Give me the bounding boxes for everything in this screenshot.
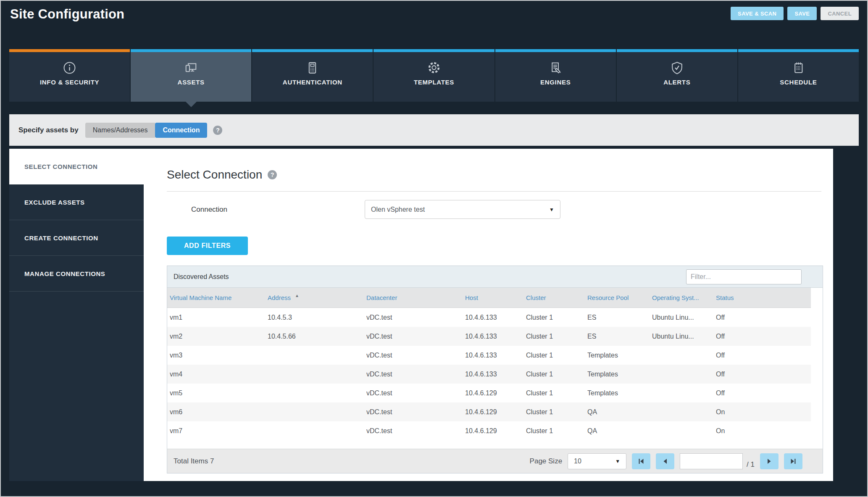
table-cell: QA — [587, 408, 652, 416]
first-page-button[interactable] — [632, 453, 650, 469]
page-size-value: 10 — [574, 458, 581, 465]
keypad-icon — [305, 60, 319, 75]
tab-accent-bar — [374, 49, 494, 52]
table-cell: 10.4.6.129 — [465, 427, 526, 435]
table-cell: vDC.test — [366, 408, 465, 416]
page-total-label: / 1 — [747, 460, 755, 469]
sidebar-item-manage-connections[interactable]: MANAGE CONNECTIONS — [9, 256, 144, 292]
table-row[interactable]: vm4vDC.test10.4.6.133Cluster 1TemplatesO… — [167, 365, 811, 384]
column-header-datacenter[interactable]: Datacenter — [366, 294, 465, 301]
next-page-button[interactable] — [760, 453, 779, 469]
table-cell: 10.4.6.133 — [465, 333, 526, 340]
sort-ascending-icon: ▲ — [295, 294, 299, 298]
last-page-button[interactable] — [784, 453, 802, 469]
table-cell: Off — [716, 371, 811, 378]
table-cell: On — [716, 408, 811, 416]
table-cell: Ubuntu Linu... — [652, 333, 716, 340]
document-edit-icon — [549, 60, 563, 75]
column-header-resource-pool[interactable]: Resource Pool — [587, 294, 652, 301]
table-cell: 10.4.6.129 — [465, 408, 526, 416]
table-body: vm110.4.5.3vDC.test10.4.6.133Cluster 1ES… — [167, 308, 811, 449]
table-cell: Off — [716, 389, 811, 397]
previous-page-icon — [662, 458, 668, 465]
table-cell: vm2 — [170, 333, 268, 340]
panel-title: Discovered Assets — [174, 273, 229, 281]
table-header-row: Virtual Machine Name Address▲ Datacenter… — [167, 288, 811, 308]
table-cell: QA — [587, 427, 652, 435]
names-addresses-toggle-button[interactable]: Names/Addresses — [85, 123, 155, 138]
column-header-address[interactable]: Address▲ — [268, 294, 366, 301]
divider — [167, 191, 821, 192]
table-cell: Templates — [587, 352, 652, 359]
column-header-status[interactable]: Status — [716, 294, 811, 301]
table-cell: Off — [716, 352, 811, 359]
table-cell: ES — [587, 333, 652, 340]
table-cell: vDC.test — [366, 314, 465, 321]
table-cell: vm1 — [170, 314, 268, 321]
specify-assets-label: Specify assets by — [18, 126, 79, 134]
tab-accent-bar — [495, 49, 616, 52]
content-area: SELECT CONNECTION EXCLUDE ASSETS CREATE … — [9, 149, 859, 481]
table-cell: 10.4.5.3 — [268, 314, 366, 321]
sidebar-item-select-connection[interactable]: SELECT CONNECTION — [9, 149, 144, 184]
tab-label: ASSETS — [178, 79, 205, 86]
tab-schedule[interactable]: SCHEDULE — [738, 49, 859, 102]
table-cell: vm6 — [170, 408, 268, 416]
connection-select[interactable]: Olen vSphere test ▼ — [365, 200, 560, 219]
cancel-button[interactable]: CANCEL — [821, 7, 859, 20]
title-actions: SAVE & SCAN SAVE CANCEL — [731, 7, 859, 20]
save-button[interactable]: SAVE — [787, 7, 817, 20]
last-page-icon — [790, 458, 797, 465]
table-cell: Cluster 1 — [526, 333, 587, 340]
table-filter-input[interactable] — [686, 269, 802, 284]
title-bar: Site Configuration SAVE & SCAN SAVE CANC… — [1, 1, 867, 49]
table-row[interactable]: vm5vDC.test10.4.6.129Cluster 1TemplatesO… — [167, 384, 811, 402]
tab-authentication[interactable]: AUTHENTICATION — [252, 49, 373, 102]
connection-select-value: Olen vSphere test — [371, 206, 425, 213]
tab-accent-bar — [131, 49, 251, 52]
page-size-select[interactable]: 10 ▼ — [568, 453, 626, 469]
calendar-icon — [792, 60, 805, 75]
save-and-scan-button[interactable]: SAVE & SCAN — [731, 7, 784, 20]
column-header-operating-system[interactable]: Operating Syst... — [652, 294, 716, 301]
sidebar-item-create-connection[interactable]: CREATE CONNECTION — [9, 220, 144, 256]
table-row[interactable]: vm3vDC.test10.4.6.133Cluster 1TemplatesO… — [167, 346, 811, 365]
main-panel: Select Connection ? Connection Olen vSph… — [144, 149, 833, 481]
page-number-input[interactable] — [680, 453, 743, 469]
table-cell: 10.4.6.129 — [465, 389, 526, 397]
table-cell: 10.4.6.133 — [465, 352, 526, 359]
add-filters-button[interactable]: ADD FILTERS — [167, 237, 248, 255]
table-cell: vm7 — [170, 427, 268, 435]
tab-assets[interactable]: ASSETS — [131, 49, 251, 102]
table-cell: vDC.test — [366, 371, 465, 378]
table-cell: Cluster 1 — [526, 352, 587, 359]
table-cell: Cluster 1 — [526, 314, 587, 321]
column-header-vm-name[interactable]: Virtual Machine Name — [170, 294, 268, 301]
tab-engines[interactable]: ENGINES — [495, 49, 616, 102]
chevron-down-icon: ▼ — [549, 207, 554, 213]
previous-page-button[interactable] — [656, 453, 674, 469]
connection-toggle-button[interactable]: Connection — [155, 123, 207, 138]
next-page-icon — [766, 458, 773, 465]
help-icon[interactable]: ? — [268, 170, 277, 179]
tab-label: SCHEDULE — [780, 79, 817, 86]
column-header-host[interactable]: Host — [465, 294, 526, 301]
table-cell: vm3 — [170, 352, 268, 359]
table-row[interactable]: vm210.4.5.66vDC.test10.4.6.133Cluster 1E… — [167, 327, 811, 346]
first-page-icon — [638, 458, 644, 465]
table-row[interactable]: vm6vDC.test10.4.6.129Cluster 1QAOn — [167, 402, 811, 421]
table-cell: vDC.test — [366, 352, 465, 359]
table-cell: vDC.test — [366, 333, 465, 340]
help-icon[interactable]: ? — [213, 126, 222, 135]
column-header-cluster[interactable]: Cluster — [526, 294, 587, 301]
table-row[interactable]: vm110.4.5.3vDC.test10.4.6.133Cluster 1ES… — [167, 308, 811, 327]
pagination-controls: Page Size 10 ▼ / 1 — [530, 453, 802, 469]
tab-label: ALERTS — [663, 79, 690, 86]
tab-alerts[interactable]: ALERTS — [617, 49, 737, 102]
tab-templates[interactable]: TEMPLATES — [374, 49, 494, 102]
table-cell: Templates — [587, 389, 652, 397]
total-items-label: Total Items 7 — [174, 457, 214, 465]
table-row[interactable]: vm7vDC.test10.4.6.129Cluster 1QAOn — [167, 421, 811, 440]
sidebar-item-exclude-assets[interactable]: EXCLUDE ASSETS — [9, 184, 144, 220]
tab-info-security[interactable]: INFO & SECURITY — [9, 49, 130, 102]
